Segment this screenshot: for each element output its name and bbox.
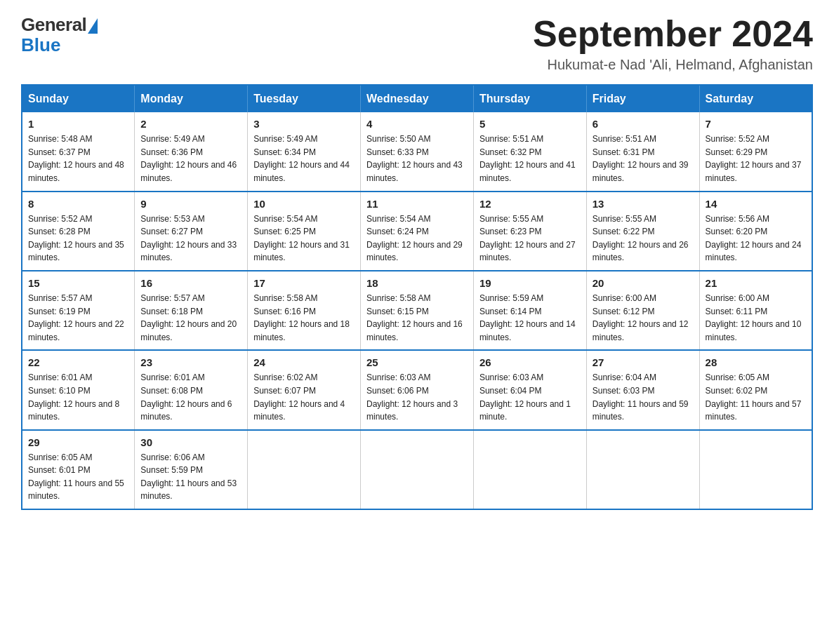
day-info: Sunrise: 5:51 AMSunset: 6:31 PMDaylight:… xyxy=(593,133,694,185)
day-number: 10 xyxy=(253,198,355,210)
day-number: 5 xyxy=(479,118,581,130)
day-info: Sunrise: 6:05 AMSunset: 6:01 PMDaylight:… xyxy=(28,451,128,503)
calendar-cell xyxy=(473,430,586,509)
logo-blue-text: Blue xyxy=(21,34,60,56)
calendar-cell: 12Sunrise: 5:55 AMSunset: 6:23 PMDayligh… xyxy=(473,192,586,271)
day-number: 14 xyxy=(706,198,806,210)
logo-triangle-icon xyxy=(88,18,98,34)
day-number: 3 xyxy=(253,118,355,130)
calendar-cell: 17Sunrise: 5:58 AMSunset: 6:16 PMDayligh… xyxy=(248,271,361,350)
calendar-cell: 1Sunrise: 5:48 AMSunset: 6:37 PMDaylight… xyxy=(22,112,135,191)
day-number: 8 xyxy=(28,198,128,210)
day-info: Sunrise: 5:49 AMSunset: 6:34 PMDaylight:… xyxy=(253,133,355,185)
day-number: 1 xyxy=(28,118,128,130)
day-info: Sunrise: 6:03 AMSunset: 6:04 PMDaylight:… xyxy=(479,371,581,423)
calendar-week-row: 15Sunrise: 5:57 AMSunset: 6:19 PMDayligh… xyxy=(22,271,812,350)
day-info: Sunrise: 6:01 AMSunset: 6:08 PMDaylight:… xyxy=(140,371,241,423)
day-info: Sunrise: 6:06 AMSunset: 5:59 PMDaylight:… xyxy=(140,451,241,503)
day-info: Sunrise: 5:57 AMSunset: 6:18 PMDaylight:… xyxy=(140,292,241,344)
day-number: 12 xyxy=(479,198,581,210)
day-info: Sunrise: 6:00 AMSunset: 6:12 PMDaylight:… xyxy=(593,292,694,344)
calendar-cell: 10Sunrise: 5:54 AMSunset: 6:25 PMDayligh… xyxy=(248,192,361,271)
day-info: Sunrise: 5:55 AMSunset: 6:22 PMDaylight:… xyxy=(593,213,694,264)
title-area: September 2024 Hukumat-e Nad 'Ali, Helma… xyxy=(533,14,813,73)
day-number: 15 xyxy=(28,277,128,289)
weekday-header-monday: Monday xyxy=(135,85,248,112)
calendar-cell: 14Sunrise: 5:56 AMSunset: 6:20 PMDayligh… xyxy=(699,192,812,271)
calendar-cell: 26Sunrise: 6:03 AMSunset: 6:04 PMDayligh… xyxy=(473,350,586,429)
calendar-cell: 5Sunrise: 5:51 AMSunset: 6:32 PMDaylight… xyxy=(473,112,586,191)
logo-general-text: General xyxy=(21,14,86,36)
day-info: Sunrise: 5:49 AMSunset: 6:36 PMDaylight:… xyxy=(140,133,241,185)
day-info: Sunrise: 5:52 AMSunset: 6:29 PMDaylight:… xyxy=(706,133,806,185)
day-info: Sunrise: 5:56 AMSunset: 6:20 PMDaylight:… xyxy=(706,213,806,264)
weekday-header-friday: Friday xyxy=(586,85,699,112)
calendar-cell: 18Sunrise: 5:58 AMSunset: 6:15 PMDayligh… xyxy=(361,271,474,350)
weekday-header-row: SundayMondayTuesdayWednesdayThursdayFrid… xyxy=(22,85,812,112)
weekday-header-tuesday: Tuesday xyxy=(248,85,361,112)
calendar-week-row: 22Sunrise: 6:01 AMSunset: 6:10 PMDayligh… xyxy=(22,350,812,429)
calendar-cell xyxy=(699,430,812,509)
day-info: Sunrise: 5:51 AMSunset: 6:32 PMDaylight:… xyxy=(479,133,581,185)
calendar-cell: 24Sunrise: 6:02 AMSunset: 6:07 PMDayligh… xyxy=(248,350,361,429)
day-number: 9 xyxy=(140,198,241,210)
day-number: 28 xyxy=(706,356,806,368)
day-number: 29 xyxy=(28,436,128,448)
calendar-cell xyxy=(361,430,474,509)
day-info: Sunrise: 5:48 AMSunset: 6:37 PMDaylight:… xyxy=(28,133,128,185)
day-number: 27 xyxy=(593,356,694,368)
day-number: 16 xyxy=(140,277,241,289)
calendar-cell: 7Sunrise: 5:52 AMSunset: 6:29 PMDaylight… xyxy=(699,112,812,191)
day-info: Sunrise: 5:50 AMSunset: 6:33 PMDaylight:… xyxy=(366,133,468,185)
day-info: Sunrise: 5:54 AMSunset: 6:25 PMDaylight:… xyxy=(253,213,355,264)
calendar-cell: 8Sunrise: 5:52 AMSunset: 6:28 PMDaylight… xyxy=(22,192,135,271)
calendar-cell: 25Sunrise: 6:03 AMSunset: 6:06 PMDayligh… xyxy=(361,350,474,429)
day-info: Sunrise: 6:01 AMSunset: 6:10 PMDaylight:… xyxy=(28,371,128,423)
page-header: General Blue September 2024 Hukumat-e Na… xyxy=(21,14,813,73)
day-info: Sunrise: 5:52 AMSunset: 6:28 PMDaylight:… xyxy=(28,213,128,264)
weekday-header-wednesday: Wednesday xyxy=(361,85,474,112)
calendar-cell: 20Sunrise: 6:00 AMSunset: 6:12 PMDayligh… xyxy=(586,271,699,350)
day-number: 25 xyxy=(366,356,468,368)
calendar-cell: 30Sunrise: 6:06 AMSunset: 5:59 PMDayligh… xyxy=(135,430,248,509)
day-number: 17 xyxy=(253,277,355,289)
location-title: Hukumat-e Nad 'Ali, Helmand, Afghanistan xyxy=(533,57,813,73)
calendar-cell: 29Sunrise: 6:05 AMSunset: 6:01 PMDayligh… xyxy=(22,430,135,509)
calendar-cell: 13Sunrise: 5:55 AMSunset: 6:22 PMDayligh… xyxy=(586,192,699,271)
calendar-cell: 9Sunrise: 5:53 AMSunset: 6:27 PMDaylight… xyxy=(135,192,248,271)
day-number: 24 xyxy=(253,356,355,368)
calendar-table: SundayMondayTuesdayWednesdayThursdayFrid… xyxy=(21,84,813,510)
day-number: 19 xyxy=(479,277,581,289)
day-number: 23 xyxy=(140,356,241,368)
day-number: 7 xyxy=(706,118,806,130)
calendar-cell: 16Sunrise: 5:57 AMSunset: 6:18 PMDayligh… xyxy=(135,271,248,350)
calendar-week-row: 8Sunrise: 5:52 AMSunset: 6:28 PMDaylight… xyxy=(22,192,812,271)
calendar-cell: 6Sunrise: 5:51 AMSunset: 6:31 PMDaylight… xyxy=(586,112,699,191)
day-info: Sunrise: 5:58 AMSunset: 6:15 PMDaylight:… xyxy=(366,292,468,344)
day-info: Sunrise: 5:59 AMSunset: 6:14 PMDaylight:… xyxy=(479,292,581,344)
calendar-cell: 23Sunrise: 6:01 AMSunset: 6:08 PMDayligh… xyxy=(135,350,248,429)
calendar-cell: 11Sunrise: 5:54 AMSunset: 6:24 PMDayligh… xyxy=(361,192,474,271)
day-info: Sunrise: 6:02 AMSunset: 6:07 PMDaylight:… xyxy=(253,371,355,423)
month-year-title: September 2024 xyxy=(533,14,813,54)
day-number: 21 xyxy=(706,277,806,289)
day-info: Sunrise: 5:55 AMSunset: 6:23 PMDaylight:… xyxy=(479,213,581,264)
calendar-cell: 28Sunrise: 6:05 AMSunset: 6:02 PMDayligh… xyxy=(699,350,812,429)
weekday-header-saturday: Saturday xyxy=(699,85,812,112)
day-info: Sunrise: 5:57 AMSunset: 6:19 PMDaylight:… xyxy=(28,292,128,344)
day-number: 26 xyxy=(479,356,581,368)
day-number: 4 xyxy=(366,118,468,130)
calendar-cell: 22Sunrise: 6:01 AMSunset: 6:10 PMDayligh… xyxy=(22,350,135,429)
calendar-cell: 19Sunrise: 5:59 AMSunset: 6:14 PMDayligh… xyxy=(473,271,586,350)
logo: General Blue xyxy=(21,14,98,56)
day-info: Sunrise: 5:53 AMSunset: 6:27 PMDaylight:… xyxy=(140,213,241,264)
day-number: 6 xyxy=(593,118,694,130)
weekday-header-sunday: Sunday xyxy=(22,85,135,112)
calendar-cell xyxy=(248,430,361,509)
day-number: 20 xyxy=(593,277,694,289)
day-info: Sunrise: 6:05 AMSunset: 6:02 PMDaylight:… xyxy=(706,371,806,423)
calendar-cell: 21Sunrise: 6:00 AMSunset: 6:11 PMDayligh… xyxy=(699,271,812,350)
day-number: 11 xyxy=(366,198,468,210)
day-number: 30 xyxy=(140,436,241,448)
weekday-header-thursday: Thursday xyxy=(473,85,586,112)
